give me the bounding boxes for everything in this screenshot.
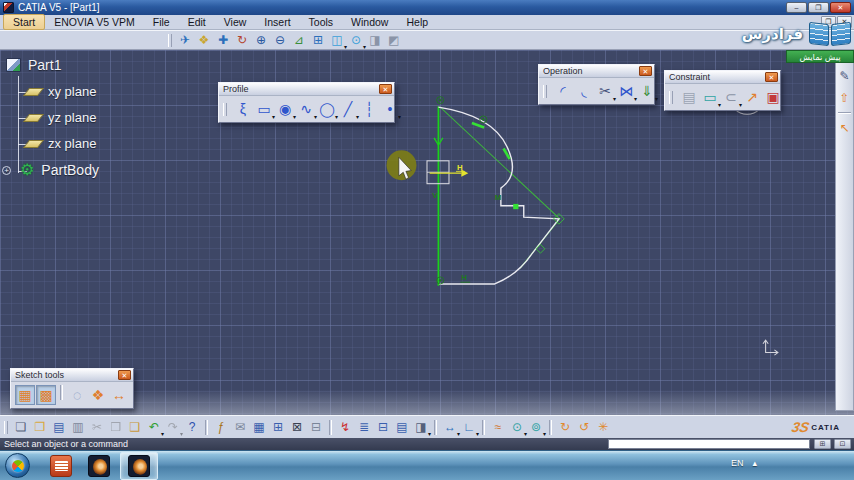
mirror-icon[interactable]: ⋈▾ (616, 81, 636, 101)
axis-system-icon[interactable]: ≣ (355, 418, 373, 436)
save-icon[interactable]: ▤ (50, 418, 68, 436)
status-mini-button-2[interactable]: ⊡ (834, 439, 851, 449)
update-icon[interactable]: ↯ (336, 418, 354, 436)
maximize-button[interactable]: ❐ (808, 2, 829, 13)
chamfer-icon[interactable]: ◟ (574, 81, 594, 101)
menu-insert[interactable]: Insert (255, 15, 299, 29)
zoom-in-icon[interactable]: ⊕ (252, 31, 270, 49)
start-button[interactable] (5, 453, 30, 478)
toolbar-grip[interactable] (669, 91, 673, 104)
language-indicator[interactable]: EN (731, 458, 744, 468)
constraint-toolbar-titlebar[interactable]: Constraint ✕ (665, 71, 780, 84)
construction-line[interactable] (440, 107, 560, 268)
constraint-glyphs[interactable]: V M H (432, 191, 501, 283)
dropdown-caret-icon[interactable]: ▾ (428, 431, 431, 437)
sketcher-icon[interactable]: ✎ (837, 68, 853, 84)
menu-tools[interactable]: Tools (300, 15, 343, 29)
dropdown-caret-icon[interactable]: ▾ (543, 431, 546, 437)
hide-show-icon[interactable]: ◨ (366, 31, 384, 49)
select-arrow-icon[interactable]: ↖ (837, 120, 853, 136)
formula-icon[interactable]: ƒ (212, 418, 230, 436)
minimize-button[interactable]: – (786, 2, 807, 13)
blend-icon[interactable]: ⊚▾ (527, 418, 545, 436)
tree-node-part1[interactable]: Part1 (28, 57, 61, 73)
constraints-dialog-icon[interactable]: ▤ (679, 87, 699, 107)
close-icon[interactable]: ✕ (118, 370, 131, 380)
parameters-tree-icon[interactable]: ⊞ (269, 418, 287, 436)
tree-node-partbody[interactable]: PartBody (41, 162, 99, 178)
undo-icon[interactable]: ↶▾ (145, 418, 163, 436)
constraint-square[interactable] (513, 204, 518, 209)
operation-toolbar-titlebar[interactable]: Operation ✕ (539, 65, 654, 78)
catia-active-window-button[interactable] (120, 452, 158, 480)
tree-node-yz-plane[interactable]: yz plane (48, 110, 96, 125)
close-icon[interactable]: ✕ (379, 84, 392, 94)
trim-icon[interactable]: ✂▾ (595, 81, 615, 101)
tree-expander[interactable]: + (2, 166, 11, 175)
corner-icon[interactable]: ◜ (553, 81, 573, 101)
catalog-icon[interactable]: ⊟ (307, 418, 325, 436)
spline-icon[interactable]: ∿▾ (296, 99, 316, 119)
toolbar-grip[interactable] (543, 85, 547, 98)
axis-tool-icon[interactable]: ┆ (359, 99, 379, 119)
whats-this-icon[interactable]: ? (183, 418, 201, 436)
open-folder-icon[interactable]: ❐ (31, 418, 49, 436)
new-file-icon[interactable]: ❏ (12, 418, 30, 436)
menu-start[interactable]: Start (3, 14, 45, 30)
catia-taskbar-icon[interactable] (88, 455, 110, 477)
tree-node-xy-plane[interactable]: xy plane (48, 84, 96, 99)
design-table-icon[interactable]: ▦ (250, 418, 268, 436)
historic-graph-icon[interactable]: ◨▾ (412, 418, 430, 436)
mean-dimensions-icon[interactable]: ⊟ (374, 418, 392, 436)
dropdown-caret-icon[interactable]: ▾ (476, 431, 479, 437)
comment-icon[interactable]: ✉ (231, 418, 249, 436)
command-input[interactable] (608, 439, 810, 449)
render-style-icon[interactable]: ⊙▾ (347, 31, 365, 49)
close-button[interactable]: ✕ (830, 2, 851, 13)
circular-tool-icon-2[interactable]: ↺ (575, 418, 593, 436)
sketch-tools-titlebar[interactable]: Sketch tools ✕ (11, 369, 133, 382)
ellipse-icon[interactable]: ◯▾ (317, 99, 337, 119)
point-icon[interactable]: •▾ (380, 99, 400, 119)
geometrical-constraints-icon[interactable]: ❖ (88, 385, 108, 405)
paste-icon[interactable]: ❑ (126, 418, 144, 436)
powerpoint-taskbar-icon[interactable] (50, 455, 72, 477)
grid-icon[interactable]: ▦ (15, 385, 35, 405)
tree-node-zx-plane[interactable]: zx plane (48, 136, 96, 151)
fix-together-icon[interactable]: ↗ (742, 87, 762, 107)
pan-icon[interactable]: ✚ (214, 31, 232, 49)
menu-enovia[interactable]: ENOVIA V5 VPM (45, 15, 144, 29)
close-icon[interactable]: ✕ (765, 72, 778, 82)
rectangle-icon[interactable]: ▭▾ (254, 99, 274, 119)
measure-item-icon[interactable]: ∟▾ (460, 418, 478, 436)
contact-constraint-icon[interactable]: ⊂▾ (721, 87, 741, 107)
toolbar-grip[interactable] (4, 421, 8, 434)
line-icon[interactable]: ╱▾ (338, 99, 358, 119)
construction-element-icon[interactable]: ◌ (67, 385, 87, 405)
menu-file[interactable]: File (144, 15, 179, 29)
status-mini-button-1[interactable]: ⊞ (814, 439, 831, 449)
menu-view[interactable]: View (215, 15, 256, 29)
dropdown-caret-icon[interactable]: ▾ (655, 96, 658, 102)
fly-mode-icon[interactable]: ✈ (176, 31, 194, 49)
constraints-list-icon[interactable]: ▤ (393, 418, 411, 436)
normal-view-icon[interactable]: ⊿ (290, 31, 308, 49)
lock-icon[interactable]: ⊠ (288, 418, 306, 436)
circle-icon[interactable]: ◉▾ (275, 99, 295, 119)
fit-all-in-icon[interactable]: ❖ (195, 31, 213, 49)
circular-tool-icon-1[interactable]: ↻ (556, 418, 574, 436)
dropdown-caret-icon[interactable]: ▾ (398, 114, 401, 120)
auto-constraint-icon[interactable]: ▣ (763, 87, 783, 107)
project-3d-icon[interactable]: ⇓▾ (637, 81, 657, 101)
close-icon[interactable]: ✕ (639, 66, 652, 76)
tray-expand-icon[interactable]: ▴ (753, 458, 758, 468)
menu-help[interactable]: Help (397, 15, 437, 29)
origin-marker[interactable]: H (427, 161, 468, 184)
toolbar-grip[interactable] (168, 34, 172, 47)
measure-between-icon[interactable]: ↔▾ (441, 418, 459, 436)
profile-toolbar-titlebar[interactable]: Profile ✕ (219, 83, 394, 96)
snap-to-point-icon[interactable]: ▩ (36, 385, 56, 405)
exit-workbench-icon[interactable]: ⇧ (837, 90, 853, 106)
circular-tool-icon-3[interactable]: ✳ (594, 418, 612, 436)
dimensional-constraints-icon[interactable]: ↔ (109, 385, 129, 405)
